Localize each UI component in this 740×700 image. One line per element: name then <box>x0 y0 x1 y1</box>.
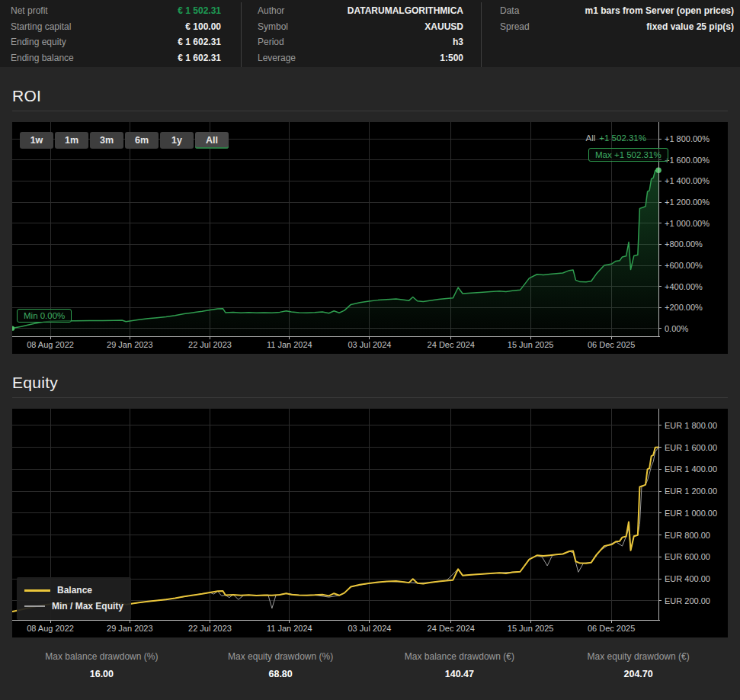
series <box>12 168 662 337</box>
x-axis-label: 15 Jun 2025 <box>508 624 554 633</box>
spread-value: fixed value 25 pip(s) <box>646 21 734 32</box>
y-axis-label: +1 800.00% <box>665 134 710 143</box>
roi-all-return-prefix: All <box>586 133 596 143</box>
net-profit-value: € 1 502.31 <box>178 5 221 16</box>
stat-row-ending-balance: Ending balance € 1 602.31 <box>0 50 241 66</box>
stat-row-starting-capital: Starting capital € 100.00 <box>0 19 241 35</box>
stat-row-data: Data m1 bars from Server (open prices) <box>482 3 740 19</box>
range-button-1w[interactable]: 1w <box>20 132 53 149</box>
x-axis-label: 22 Jul 2023 <box>188 340 232 349</box>
legend-item-minmax: Min / Max Equity <box>24 600 123 612</box>
range-button-3m[interactable]: 3m <box>90 132 123 149</box>
stats-column-profit: Net profit € 1 502.31 Starting capital €… <box>0 2 241 67</box>
stat-row-period: Period h3 <box>242 34 481 50</box>
y-axis-label: +400.00% <box>665 282 703 291</box>
y-axis-label: +200.00% <box>665 303 703 312</box>
stat-max-balance-drawdown-eur: Max balance drawdown (€) 140.47 <box>370 651 549 679</box>
x-axis-label: 06 Dec 2025 <box>588 624 635 633</box>
x-axis-label: 29 Jan 2023 <box>107 624 153 633</box>
y-axis-label: EUR 1 800.00 <box>665 421 717 430</box>
stat-label: Starting capital <box>11 21 71 32</box>
ending-equity-value: € 1 602.31 <box>178 37 221 47</box>
y-axis-label: EUR 1 600.00 <box>665 443 717 452</box>
x-axis-label: 03 Jul 2024 <box>348 340 391 349</box>
stat-row-leverage: Leverage 1:500 <box>242 50 481 66</box>
stat-label: Symbol <box>258 21 288 32</box>
range-button-6m[interactable]: 6m <box>125 132 159 149</box>
stat-max-equity-drawdown-pct: Max equity drawdown (%) 68.80 <box>191 651 370 679</box>
y-axis-label: +600.00% <box>665 261 703 270</box>
stats-column-data: Data m1 bars from Server (open prices) S… <box>481 2 740 67</box>
stat-row-spread: Spread fixed value 25 pip(s) <box>482 19 740 35</box>
stat-row-author: Author DATARUMALGORITHMICA <box>242 3 481 19</box>
stat-label: Ending balance <box>11 53 74 63</box>
y-axis-label: EUR 600.00 <box>665 552 710 561</box>
drawdown-stats: Max balance drawdown (%) 16.00 Max equit… <box>12 651 728 679</box>
legend-item-balance: Balance <box>24 584 123 596</box>
roi-all-return-label: All+1 502.31% <box>586 133 647 143</box>
stat-row-symbol: Symbol XAUUSD <box>242 19 481 35</box>
stat-value: 204.70 <box>549 669 728 679</box>
x-axis-label: 24 Dec 2024 <box>428 624 475 633</box>
y-axis-label: +1 200.00% <box>665 197 710 207</box>
stat-label: Max equity drawdown (€) <box>549 651 728 662</box>
y-axis-label: EUR 400.00 <box>665 574 710 583</box>
y-axis-label: +800.00% <box>665 239 703 249</box>
x-axis-label: 24 Dec 2024 <box>428 340 475 349</box>
section-divider <box>12 397 728 398</box>
x-axis-label: 11 Jan 2024 <box>267 340 312 349</box>
equity-chart-panel[interactable]: EUR 200.00EUR 400.00EUR 600.00EUR 800.00… <box>12 409 728 637</box>
y-axis-label: +1 600.00% <box>665 156 710 165</box>
stat-value: 68.80 <box>191 669 370 679</box>
stat-label: Ending equity <box>11 37 66 47</box>
roi-section-title: ROI <box>12 87 728 105</box>
roi-range-buttons: 1w 1m 3m 6m 1y All <box>20 132 230 149</box>
y-axis-label: EUR 200.00 <box>665 596 710 605</box>
stat-label: Max equity drawdown (%) <box>191 651 370 662</box>
ending-balance-value: € 1 602.31 <box>178 53 221 63</box>
stat-label: Period <box>258 37 284 47</box>
stat-max-equity-drawdown-eur: Max equity drawdown (€) 204.70 <box>549 651 728 679</box>
minmax-line-swatch <box>24 605 45 607</box>
range-button-1y[interactable]: 1y <box>160 132 194 149</box>
range-button-all[interactable]: All <box>195 132 229 149</box>
period-value: h3 <box>453 37 463 47</box>
backtest-report-page: Net profit € 1 502.31 Starting capital €… <box>0 0 740 700</box>
y-axis-label: EUR 800.00 <box>665 531 710 540</box>
x-axis-label: 22 Jul 2023 <box>188 624 232 633</box>
roi-min-badge: Min 0.00% <box>17 309 72 323</box>
equity-section-title: Equity <box>12 374 728 392</box>
x-axis-label: 29 Jan 2023 <box>107 340 153 349</box>
stat-label: Net profit <box>11 5 48 16</box>
series-area <box>12 170 658 337</box>
stat-max-balance-drawdown-pct: Max balance drawdown (%) 16.00 <box>12 651 191 679</box>
roi-all-return-value: +1 502.31% <box>599 133 646 143</box>
x-axis-label: 11 Jan 2024 <box>267 624 312 633</box>
stat-value: 16.00 <box>12 669 191 679</box>
leverage-value: 1:500 <box>440 53 463 63</box>
stat-row-net-profit: Net profit € 1 502.31 <box>0 3 241 19</box>
stat-row-ending-equity: Ending equity € 1 602.31 <box>0 34 241 50</box>
y-axis-label: +1 400.00% <box>665 176 710 185</box>
y-axis-label: EUR 1 000.00 <box>665 509 717 518</box>
roi-max-badge: Max +1 502.31% <box>588 148 668 162</box>
stat-label: Data <box>500 5 519 16</box>
stats-column-instrument: Author DATARUMALGORITHMICA Symbol XAUUSD… <box>241 2 481 67</box>
balance-line-swatch <box>24 589 50 592</box>
y-axis-label: 0.00% <box>665 324 688 333</box>
symbol-value: XAUUSD <box>424 21 463 32</box>
legend-label-balance: Balance <box>57 585 92 596</box>
y-axis-label: EUR 1 200.00 <box>665 486 717 496</box>
data-source-value: m1 bars from Server (open prices) <box>585 5 734 16</box>
stat-label: Max balance drawdown (€) <box>370 651 549 662</box>
section-divider <box>12 111 728 111</box>
x-axis-label: 08 Aug 2022 <box>27 624 74 633</box>
stat-label: Leverage <box>258 53 296 63</box>
equity-legend: Balance Min / Max Equity <box>17 577 131 620</box>
stat-label: Author <box>258 5 284 16</box>
roi-chart-panel[interactable]: 0.00%+200.00%+400.00%+600.00%+800.00%+1 … <box>12 122 728 354</box>
x-axis-label: 03 Jul 2024 <box>348 624 391 633</box>
summary-stats-panel: Net profit € 1 502.31 Starting capital €… <box>0 0 740 67</box>
author-value: DATARUMALGORITHMICA <box>348 5 463 16</box>
range-button-1m[interactable]: 1m <box>55 132 88 149</box>
